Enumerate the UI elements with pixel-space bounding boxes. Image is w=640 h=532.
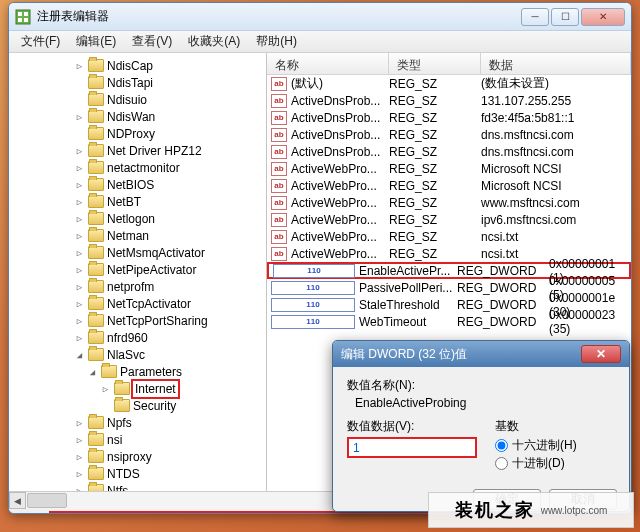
col-name[interactable]: 名称 (267, 53, 389, 74)
expand-icon[interactable]: ▷ (74, 435, 85, 445)
list-row[interactable]: abActiveWebPro...REG_SZMicrosoft NCSI (267, 160, 631, 177)
minimize-button[interactable]: ─ (521, 8, 549, 26)
tree-item[interactable]: NDProxy (9, 125, 266, 142)
col-type[interactable]: 类型 (389, 53, 481, 74)
row-name: ActiveWebPro... (291, 230, 389, 244)
list-row[interactable]: abActiveDnsProb...REG_SZdns.msftncsi.com (267, 126, 631, 143)
expand-icon[interactable]: ▷ (74, 61, 85, 71)
list-row[interactable]: abActiveDnsProb...REG_SZ131.107.255.255 (267, 92, 631, 109)
tree-item[interactable]: ▷netactmonitor (9, 159, 266, 176)
folder-icon (114, 399, 130, 412)
tree-item[interactable]: ▷NdisCap (9, 57, 266, 74)
expand-icon[interactable]: ▷ (74, 163, 85, 173)
tree-item[interactable]: ▷nsiproxy (9, 448, 266, 465)
row-type: REG_SZ (389, 145, 481, 159)
expand-icon[interactable]: ▷ (74, 146, 85, 156)
list-row[interactable]: ab(默认)REG_SZ(数值未设置) (267, 75, 631, 92)
tree-item[interactable]: Ndisuio (9, 91, 266, 108)
expand-icon[interactable]: ▷ (74, 486, 85, 492)
list-row[interactable]: abActiveDnsProb...REG_SZfd3e:4f5a:5b81::… (267, 109, 631, 126)
tree-item[interactable]: ▷netprofm (9, 278, 266, 295)
radio-dec-input[interactable] (495, 457, 508, 470)
row-type: REG_SZ (389, 128, 481, 142)
tree-item[interactable]: ◢NlaSvc (9, 346, 266, 363)
expand-icon[interactable]: ◢ (87, 367, 98, 377)
list-row[interactable]: abActiveWebPro...REG_SZMicrosoft NCSI (267, 177, 631, 194)
value-data-input[interactable] (347, 437, 477, 458)
menu-help[interactable]: 帮助(H) (248, 31, 305, 52)
expand-icon[interactable]: ◢ (74, 350, 85, 360)
tree-item[interactable]: ▷NetBT (9, 193, 266, 210)
tree-label: NetMsmqActivator (107, 246, 205, 260)
scroll-thumb[interactable] (27, 493, 67, 508)
expand-icon[interactable]: ▷ (74, 180, 85, 190)
titlebar[interactable]: 注册表编辑器 ─ ☐ ✕ (9, 3, 631, 31)
expand-icon[interactable]: ▷ (74, 452, 85, 462)
menu-view[interactable]: 查看(V) (124, 31, 180, 52)
folder-icon (88, 76, 104, 89)
dialog-titlebar[interactable]: 编辑 DWORD (32 位)值 ✕ (333, 341, 629, 367)
tree-item[interactable]: ▷NdisWan (9, 108, 266, 125)
tree-item[interactable]: NdisTapi (9, 74, 266, 91)
tree-item[interactable]: ▷Netlogon (9, 210, 266, 227)
menu-edit[interactable]: 编辑(E) (68, 31, 124, 52)
tree-item[interactable]: ▷NetBIOS (9, 176, 266, 193)
folder-icon (88, 246, 104, 259)
tree-item[interactable]: ▷Npfs (9, 414, 266, 431)
tree-label: NetBIOS (107, 178, 154, 192)
radio-dec[interactable]: 十进制(D) (495, 455, 615, 472)
expand-icon[interactable]: ▷ (100, 384, 111, 394)
folder-icon (88, 127, 104, 140)
tree-item[interactable]: ▷nfrd960 (9, 329, 266, 346)
expand-icon[interactable]: ▷ (74, 112, 85, 122)
dword-icon: 110 (271, 315, 355, 329)
col-data[interactable]: 数据 (481, 53, 631, 74)
row-data: dns.msftncsi.com (481, 128, 631, 142)
tree-label: NetPipeActivator (107, 263, 196, 277)
expand-icon[interactable]: ▷ (74, 299, 85, 309)
tree-item[interactable]: ▷Internet (9, 380, 266, 397)
expand-icon[interactable]: ▷ (74, 418, 85, 428)
tree-item[interactable]: ▷NetMsmqActivator (9, 244, 266, 261)
list-row[interactable]: abActiveWebPro...REG_SZwww.msftncsi.com (267, 194, 631, 211)
close-button[interactable]: ✕ (581, 8, 625, 26)
list-row[interactable]: 110WebTimeoutREG_DWORD0x00000023 (35) (267, 313, 631, 330)
scroll-left-arrow[interactable]: ◀ (9, 492, 26, 509)
tree-pane[interactable]: ▷NdisCapNdisTapiNdisuio▷NdisWanNDProxy▷N… (9, 53, 267, 491)
expand-icon[interactable]: ▷ (74, 316, 85, 326)
tree-item[interactable]: ▷NetTcpPortSharing (9, 312, 266, 329)
expand-icon[interactable]: ▷ (74, 231, 85, 241)
menu-file[interactable]: 文件(F) (13, 31, 68, 52)
expand-icon[interactable]: ▷ (74, 469, 85, 479)
expand-icon[interactable]: ▷ (74, 214, 85, 224)
tree-item[interactable]: ▷Ntfs (9, 482, 266, 491)
radio-hex[interactable]: 十六进制(H) (495, 437, 615, 454)
menu-favorites[interactable]: 收藏夹(A) (180, 31, 248, 52)
tree-item[interactable]: ▷nsi (9, 431, 266, 448)
radio-hex-input[interactable] (495, 439, 508, 452)
row-data: (数值未设置) (481, 75, 631, 92)
list-row[interactable]: abActiveWebPro...REG_SZipv6.msftncsi.com (267, 211, 631, 228)
dialog-close-button[interactable]: ✕ (581, 345, 621, 363)
row-data: 131.107.255.255 (481, 94, 631, 108)
expand-icon[interactable]: ▷ (74, 248, 85, 258)
tree-item[interactable]: ▷NetPipeActivator (9, 261, 266, 278)
tree-item[interactable]: Security (9, 397, 266, 414)
list-row[interactable]: abActiveWebPro...REG_SZncsi.txt (267, 228, 631, 245)
list-row[interactable]: abActiveDnsProb...REG_SZdns.msftncsi.com (267, 143, 631, 160)
folder-icon (88, 161, 104, 174)
row-name: StaleThreshold (359, 298, 457, 312)
tree-item[interactable]: ▷NTDS (9, 465, 266, 482)
tree-item[interactable]: ▷Netman (9, 227, 266, 244)
expand-icon[interactable]: ▷ (74, 282, 85, 292)
expand-icon[interactable]: ▷ (74, 197, 85, 207)
list-header[interactable]: 名称 类型 数据 (267, 53, 631, 75)
tree-item[interactable]: ◢Parameters (9, 363, 266, 380)
row-type: REG_DWORD (457, 315, 549, 329)
tree-item[interactable]: ▷NetTcpActivator (9, 295, 266, 312)
tree-item[interactable]: ▷Net Driver HPZ12 (9, 142, 266, 159)
expand-icon[interactable]: ▷ (74, 333, 85, 343)
maximize-button[interactable]: ☐ (551, 8, 579, 26)
expand-icon[interactable]: ▷ (74, 265, 85, 275)
tree-label: nfrd960 (107, 331, 148, 345)
